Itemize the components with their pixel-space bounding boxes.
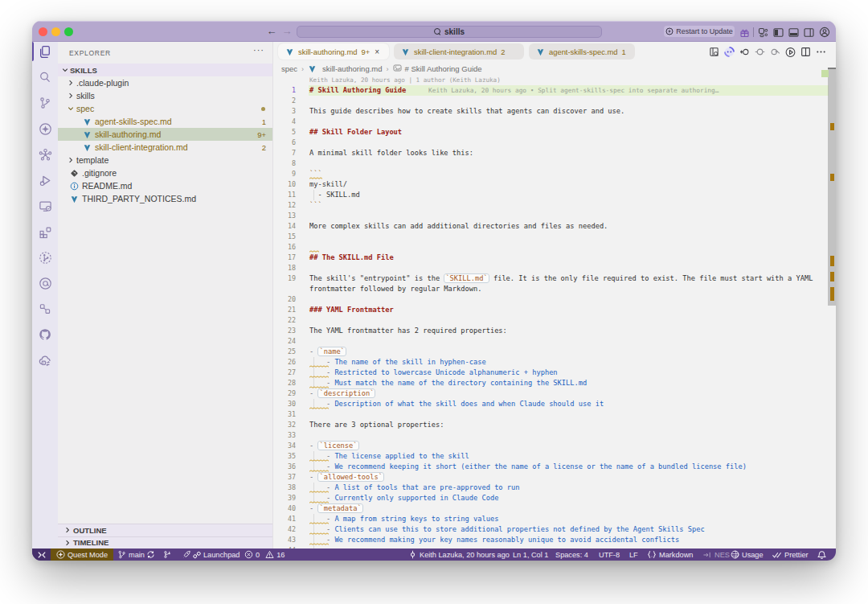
code-line-wrap[interactable]: frontmatter followed by regular Markdown… — [273, 284, 836, 294]
code-line-36[interactable]: 36 - We recommend keeping it short (eith… — [273, 462, 836, 472]
activity-bar-circle-graph[interactable] — [32, 244, 58, 270]
activity-bar-extensions[interactable] — [32, 219, 58, 244]
tree-item-skill-authoring-md[interactable]: skill-authoring.md9+ — [58, 128, 272, 141]
code-line-13[interactable]: 13 — [273, 211, 836, 221]
code-line-27[interactable]: 27 - Restricted to lowercase Unicode alp… — [273, 368, 836, 378]
code-line-9[interactable]: 9``` — [273, 169, 836, 179]
code-editor[interactable]: Keith Lazuka, 20 hours ago | 1 author (K… — [273, 76, 836, 549]
code-line-10[interactable]: 10my-skill/ — [273, 179, 836, 190]
previous-change-icon[interactable] — [739, 47, 750, 57]
panel-left-icon[interactable] — [772, 26, 784, 39]
launchpad-status[interactable]: Launchpad — [182, 549, 240, 561]
language-status[interactable]: Markdown — [647, 549, 693, 561]
code-line-7[interactable]: 7A minimal skill folder looks like this: — [273, 148, 836, 158]
history-back-icon[interactable]: ← — [265, 25, 278, 37]
code-line-11[interactable]: 11 - SKILL.md — [273, 190, 836, 200]
code-line-21[interactable]: 21### YAML Frontmatter — [273, 305, 836, 315]
panel-bottom-icon[interactable] — [787, 26, 800, 39]
activity-bar-remote-preview[interactable] — [32, 193, 58, 219]
code-line-8[interactable]: 8 — [273, 158, 836, 169]
tree-section-skills[interactable]: SKILLS — [58, 64, 272, 76]
activity-bar-explorer[interactable] — [32, 39, 58, 64]
code-line-15[interactable]: 15 — [273, 232, 836, 242]
activity-bar-run-debug[interactable] — [32, 167, 58, 193]
code-line-42[interactable]: 42 - Clients can use this to store addit… — [273, 524, 836, 535]
code-line-5[interactable]: 5## Skill Folder Layout — [273, 127, 836, 138]
cursor-position-status[interactable]: Ln 1, Col 1 — [513, 549, 548, 561]
publish-branch-icon[interactable] — [163, 549, 172, 561]
code-line-16[interactable]: 16 — [273, 242, 836, 253]
breadcrumb[interactable]: spec › skill-authoring.md › # Skill Auth… — [273, 62, 836, 76]
sidebar-section-timeline[interactable]: TIMELINE — [58, 536, 272, 549]
next-change-icon[interactable] — [770, 47, 780, 57]
code-line-28[interactable]: 28 - Must match the name of the director… — [273, 378, 836, 388]
breadcrumb-file[interactable]: skill-authoring.md — [322, 64, 382, 73]
code-line-23[interactable]: 23The YAML frontmatter has 2 required pr… — [273, 326, 836, 336]
code-line-43[interactable]: 43 - We recommend making your key names … — [273, 535, 836, 545]
code-line-29[interactable]: 29- `description` — [273, 388, 836, 399]
tab-skill-client-integration.md[interactable]: skill-client-integration.md 2 — [394, 43, 524, 60]
code-line-37[interactable]: 37- `allowed-tools` — [273, 472, 836, 483]
code-line-33[interactable]: 33 — [273, 430, 836, 441]
tree-item-readme-md[interactable]: README.md — [58, 179, 272, 192]
current-change-icon[interactable] — [755, 47, 765, 57]
run-file-icon[interactable] — [785, 47, 796, 57]
activity-bar-sparkle-circle[interactable] — [32, 116, 58, 142]
account-icon[interactable] — [818, 26, 831, 39]
tree-item-skill-client-integration-md[interactable]: skill-client-integration.md2 — [58, 141, 272, 154]
code-line-32[interactable]: 32There are 3 optional properties: — [273, 420, 836, 430]
indentation-status[interactable]: Spaces: 4 — [555, 549, 588, 561]
activity-bar-search[interactable] — [32, 64, 58, 90]
code-line-14[interactable]: 14More complex skills can add additional… — [273, 221, 836, 232]
gift-icon[interactable] — [738, 26, 751, 39]
tab-skill-authoring.md[interactable]: skill-authoring.md 9+× — [278, 43, 389, 60]
code-line-26[interactable]: 26 - The name of the skill in hyphen-cas… — [273, 357, 836, 368]
tree-item--claude-plugin[interactable]: .claude-plugin — [58, 76, 272, 89]
code-line-1[interactable]: 1# Skill Authoring GuideKeith Lazuka, 20… — [273, 85, 836, 96]
open-preview-icon[interactable] — [709, 47, 719, 57]
code-line-25[interactable]: 25- `name` — [273, 347, 836, 357]
tree-item--gitignore[interactable]: .gitignore — [58, 166, 272, 179]
tree-item-template[interactable]: template — [58, 154, 272, 166]
code-line-24[interactable]: 24 — [273, 336, 836, 347]
editor-scrollbar[interactable] — [821, 62, 836, 549]
code-line-39[interactable]: 39 - Currently only supported in Claude … — [273, 493, 836, 503]
copilot-icon[interactable] — [724, 47, 735, 57]
code-line-34[interactable]: 34- `license` — [273, 441, 836, 451]
activity-bar-cloud-sync[interactable] — [32, 347, 58, 373]
nes-status[interactable]: NES — [702, 549, 730, 561]
layout-grid-icon[interactable] — [756, 26, 769, 39]
activity-bar-network[interactable] — [32, 142, 58, 167]
breadcrumb-symbol[interactable]: # Skill Authoring Guide — [405, 64, 482, 73]
code-line-41[interactable]: 41 - A map from string keys to string va… — [273, 514, 836, 524]
tree-item-skills[interactable]: skills — [58, 89, 272, 102]
scrollbar-thumb[interactable] — [828, 68, 836, 306]
zoom-window-button[interactable] — [64, 27, 73, 36]
restart-to-update-button[interactable]: Restart to Update — [664, 26, 735, 37]
split-editor-icon[interactable] — [800, 47, 811, 57]
code-line-3[interactable]: 3This guide describes how to create skil… — [273, 106, 836, 117]
usage-status[interactable]: Usage — [731, 549, 764, 561]
code-line-30[interactable]: 30 - Description of what the skill does … — [273, 399, 836, 409]
code-line-6[interactable]: 6 — [273, 138, 836, 148]
history-forward-icon[interactable]: → — [280, 25, 293, 37]
remote-indicator[interactable] — [32, 549, 51, 561]
minimize-window-button[interactable] — [51, 27, 60, 36]
breadcrumb-folder[interactable]: spec — [281, 64, 297, 73]
activity-bar-linked-squares[interactable] — [32, 296, 58, 322]
problems-status[interactable]: 016 — [244, 549, 285, 561]
more-actions-icon[interactable] — [816, 47, 826, 57]
code-line-38[interactable]: 38 - A list of tools that are pre-approv… — [273, 483, 836, 493]
sync-status-icon[interactable] — [146, 549, 155, 561]
activity-bar-source-control[interactable] — [32, 90, 58, 116]
tree-item-agent-skills-spec-md[interactable]: agent-skills-spec.md1 — [58, 115, 272, 128]
code-line-40[interactable]: 40- `metadata` — [273, 503, 836, 514]
activity-bar-github[interactable] — [32, 322, 58, 347]
eol-status[interactable]: LF — [629, 549, 638, 561]
commit-blame-status[interactable]: Keith Lazuka, 20 hours ago — [408, 549, 510, 561]
branch-status[interactable]: main — [117, 549, 145, 561]
code-line-17[interactable]: 17## The SKILL.md File — [273, 253, 836, 263]
close-icon[interactable]: × — [375, 47, 379, 56]
tree-item-third-party-notices-md[interactable]: THIRD_PARTY_NOTICES.md — [58, 192, 272, 205]
explorer-more-icon[interactable]: ··· — [253, 45, 264, 55]
